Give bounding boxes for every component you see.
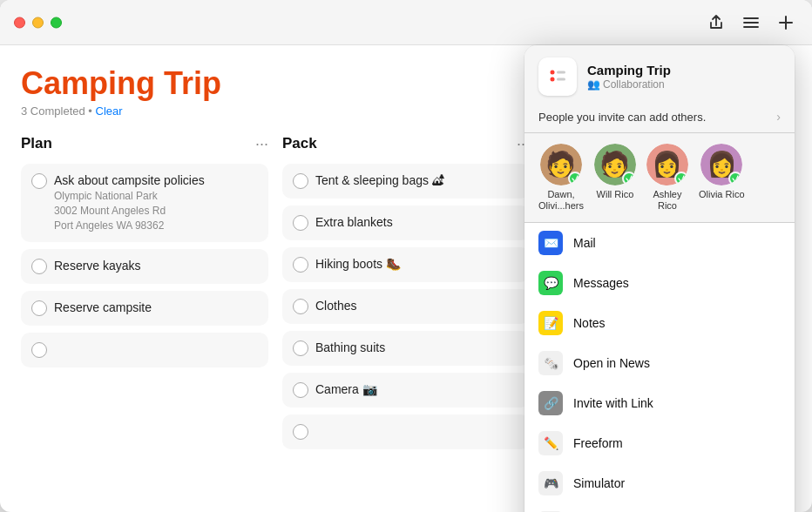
popup-app-subtitle: 👥 Collaboration bbox=[587, 78, 671, 91]
avatar-badge bbox=[674, 172, 688, 185]
column-pack-title: Pack bbox=[282, 135, 317, 152]
avatar-dawn: 🧑 bbox=[540, 144, 582, 185]
menu-item-shortcuts[interactable]: ⚡ Shortcuts bbox=[524, 503, 795, 512]
menu-item-label: Invite with Link bbox=[573, 396, 653, 410]
minimize-button[interactable] bbox=[32, 17, 44, 28]
simulator-icon: 🎮 bbox=[538, 471, 563, 495]
invite-link-icon: 🔗 bbox=[538, 391, 563, 415]
checkbox[interactable] bbox=[293, 257, 308, 273]
checkbox[interactable] bbox=[31, 259, 47, 274]
news-icon: 🗞️ bbox=[538, 351, 563, 375]
checkbox[interactable] bbox=[293, 424, 308, 440]
menu-item-label: Open in News bbox=[573, 356, 650, 370]
collaborator-ashley[interactable]: 👩 AshleyRico bbox=[646, 144, 688, 212]
collaborator-olivia[interactable]: 👩 Olivia Rico bbox=[699, 144, 745, 212]
list-item-empty[interactable] bbox=[21, 333, 268, 367]
svg-rect-5 bbox=[545, 64, 570, 89]
avatar-olivia: 👩 bbox=[700, 144, 742, 185]
menu-item-invite-link[interactable]: 🔗 Invite with Link bbox=[524, 383, 795, 423]
column-pack: Pack ··· Tent & sleeping bags 🏕 Extra bl… bbox=[282, 135, 530, 497]
checkbox[interactable] bbox=[31, 173, 47, 189]
traffic-lights bbox=[14, 17, 62, 28]
list-item[interactable]: Tent & sleeping bags 🏕 bbox=[282, 164, 530, 199]
collaborator-name: AshleyRico bbox=[653, 189, 681, 212]
avatar-badge bbox=[728, 172, 742, 185]
item-text: Bathing suits bbox=[315, 340, 385, 357]
checkbox[interactable] bbox=[293, 299, 308, 314]
column-pack-header: Pack ··· bbox=[282, 135, 530, 153]
share-popup: Camping Trip 👥 Collaboration People you … bbox=[524, 45, 795, 512]
list-item[interactable]: Bathing suits bbox=[282, 331, 530, 366]
app-icon bbox=[538, 57, 577, 96]
collaborators-row: 🧑 Dawn,Olivi...hers 🧑 Will Rico bbox=[524, 133, 795, 223]
item-text: Ask about campsite policies bbox=[54, 172, 205, 190]
checkbox[interactable] bbox=[293, 382, 308, 398]
item-text: Reserve campsite bbox=[54, 300, 152, 317]
notes-icon: 📝 bbox=[538, 311, 563, 335]
avatar-badge bbox=[568, 172, 582, 185]
titlebar bbox=[0, 0, 812, 45]
checkbox[interactable] bbox=[293, 215, 308, 231]
checkbox[interactable] bbox=[31, 300, 47, 316]
svg-rect-8 bbox=[557, 71, 565, 74]
item-text: Hiking boots 🥾 bbox=[315, 256, 401, 273]
close-button[interactable] bbox=[14, 17, 25, 28]
column-plan: Plan ··· Ask about campsite policies Oly… bbox=[21, 135, 268, 497]
view-options-button[interactable] bbox=[739, 11, 763, 34]
invite-chevron-icon: › bbox=[776, 110, 781, 124]
app-window: Camping Trip 3 Completed • Clear Plan ··… bbox=[0, 0, 812, 512]
list-item[interactable]: Ask about campsite policies Olympic Nati… bbox=[21, 164, 268, 242]
menu-item-simulator[interactable]: 🎮 Simulator bbox=[524, 463, 795, 503]
list-item[interactable]: Reserve kayaks bbox=[21, 249, 268, 284]
item-text: Tent & sleeping bags 🏕 bbox=[315, 172, 444, 190]
titlebar-actions bbox=[704, 10, 798, 35]
menu-item-label: Notes bbox=[573, 316, 606, 330]
popup-header: Camping Trip 👥 Collaboration bbox=[524, 45, 795, 104]
popup-app-name: Camping Trip bbox=[587, 63, 671, 77]
fullscreen-button[interactable] bbox=[51, 17, 62, 28]
item-text: Clothes bbox=[315, 298, 356, 315]
avatar-ashley: 👩 bbox=[646, 144, 688, 185]
menu-item-label: Simulator bbox=[573, 476, 625, 490]
avatar-badge bbox=[622, 172, 636, 185]
collaborator-name: Will Rico bbox=[597, 189, 634, 200]
list-item[interactable]: Camera 📷 bbox=[282, 373, 530, 408]
menu-item-mail[interactable]: ✉️ Mail bbox=[524, 223, 795, 263]
menu-item-label: Freeform bbox=[573, 436, 623, 450]
collaborator-name: Dawn,Olivi...hers bbox=[538, 189, 584, 212]
svg-point-6 bbox=[551, 71, 555, 75]
svg-point-7 bbox=[551, 77, 555, 82]
menu-item-notes[interactable]: 📝 Notes bbox=[524, 303, 795, 343]
list-item[interactable]: Reserve campsite bbox=[21, 291, 268, 326]
list-item[interactable]: Clothes bbox=[282, 289, 530, 324]
menu-item-label: Mail bbox=[573, 236, 596, 250]
collaborator-name: Olivia Rico bbox=[699, 189, 745, 200]
list-item[interactable]: Hiking boots 🥾 bbox=[282, 247, 530, 282]
invite-row[interactable]: People you invite can add others. › bbox=[524, 104, 795, 133]
collaborator-will[interactable]: 🧑 Will Rico bbox=[594, 144, 636, 212]
messages-icon: 💬 bbox=[538, 271, 563, 295]
avatar-will: 🧑 bbox=[594, 144, 636, 185]
svg-rect-9 bbox=[557, 78, 565, 81]
add-list-button[interactable] bbox=[774, 10, 798, 35]
completed-count: 3 Completed bbox=[21, 104, 85, 118]
column-plan-title: Plan bbox=[21, 135, 52, 152]
invite-text: People you invite can add others. bbox=[538, 111, 706, 124]
item-text: Camera 📷 bbox=[315, 381, 377, 399]
checkbox[interactable] bbox=[293, 340, 308, 356]
checkbox[interactable] bbox=[31, 342, 47, 358]
checkbox[interactable] bbox=[293, 173, 308, 189]
share-button[interactable] bbox=[704, 10, 728, 35]
freeform-icon: ✏️ bbox=[538, 431, 563, 455]
item-subtext: Olympic National Park3002 Mount Angeles … bbox=[54, 189, 205, 232]
list-item-empty[interactable] bbox=[282, 414, 530, 449]
column-plan-menu[interactable]: ··· bbox=[255, 135, 268, 153]
clear-button[interactable]: Clear bbox=[96, 104, 123, 118]
collaborator-dawn[interactable]: 🧑 Dawn,Olivi...hers bbox=[538, 144, 584, 212]
menu-item-news[interactable]: 🗞️ Open in News bbox=[524, 343, 795, 383]
menu-item-messages[interactable]: 💬 Messages bbox=[524, 263, 795, 303]
menu-item-freeform[interactable]: ✏️ Freeform bbox=[524, 423, 795, 463]
list-item[interactable]: Extra blankets bbox=[282, 205, 530, 240]
share-menu: ✉️ Mail 💬 Messages 📝 Notes 🗞️ bbox=[524, 223, 795, 512]
menu-item-label: Messages bbox=[573, 276, 629, 290]
